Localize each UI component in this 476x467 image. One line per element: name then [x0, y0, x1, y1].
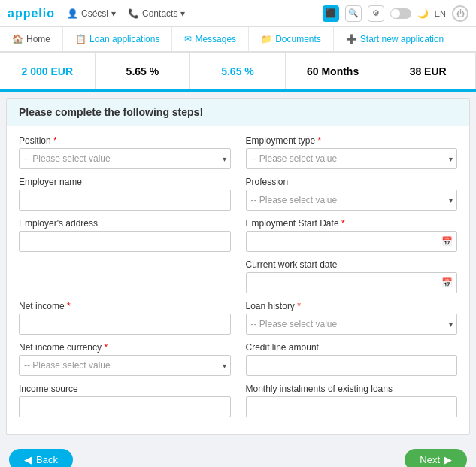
credit-line-label: Credit line amount — [246, 342, 458, 353]
position-select-wrap: -- Please select value ▾ — [19, 148, 231, 169]
contacts-chevron-icon: ▾ — [180, 8, 185, 19]
net-income-label: Net income * — [19, 301, 231, 311]
tab-start-new-label: Start new application — [360, 34, 444, 44]
main-content: Please complete the following steps! Pos… — [6, 98, 470, 435]
messages-icon: ✉ — [184, 34, 192, 44]
loan-icon: 📋 — [75, 34, 86, 44]
topbar: appelio 👤 Csécsi ▾ 📞 Contacts ▾ ⬛ 🔍 ⚙ 🌙 … — [0, 0, 476, 27]
settings-icon-button[interactable]: ⚙ — [368, 5, 384, 22]
next-arrow-icon: ▶ — [444, 454, 452, 465]
net-income-currency-select[interactable]: -- Please select value — [19, 355, 231, 376]
video-icon-button[interactable]: ⬛ — [323, 5, 339, 22]
profession-select[interactable]: -- Please select value — [246, 190, 458, 211]
current-work-start-input[interactable] — [246, 272, 458, 293]
contacts-label: Contacts — [142, 8, 177, 19]
loan-history-select-wrap: -- Please select value ▾ — [246, 314, 458, 335]
tab-home[interactable]: 🏠 Home — [0, 27, 63, 51]
search-icon-button[interactable]: 🔍 — [345, 5, 362, 22]
home-icon: 🏠 — [12, 34, 23, 44]
monthly-instalments-label: Monthly instalments of existing loans — [246, 384, 458, 394]
theme-toggle[interactable] — [390, 8, 411, 19]
loan-months: 60 Months — [286, 53, 381, 89]
tab-loan-applications[interactable]: 📋 Loan applications — [63, 27, 172, 51]
tab-home-label: Home — [26, 34, 50, 44]
app-logo: appelio — [8, 7, 55, 20]
form-row-7: Income source Monthly instalments of exi… — [19, 384, 457, 417]
loan-rate1: 5.65 % — [96, 53, 191, 89]
position-required: * — [51, 135, 57, 146]
moon-icon: 🌙 — [417, 8, 429, 19]
income-source-input[interactable] — [19, 396, 231, 417]
back-button[interactable]: ◀ Back — [9, 449, 73, 467]
net-income-input[interactable] — [19, 314, 231, 335]
net-income-currency-label: Net income currency * — [19, 342, 231, 353]
current-work-start-group: Current work start date 📅 — [246, 259, 458, 293]
tab-documents[interactable]: 📁 Documents — [249, 27, 334, 51]
form-row-2: Employer name Profession -- Please selec… — [19, 177, 457, 211]
form-row-6: Net income currency * -- Please select v… — [19, 342, 457, 376]
tab-loan-label: Loan applications — [89, 34, 159, 44]
back-arrow-icon: ◀ — [24, 454, 32, 465]
position-label: Position * — [19, 135, 231, 146]
tab-messages[interactable]: ✉ Messages — [172, 27, 249, 51]
net-income-currency-select-wrap: -- Please select value ▾ — [19, 355, 231, 376]
power-icon-button[interactable]: ⏻ — [452, 5, 468, 22]
language-selector[interactable]: EN — [435, 9, 446, 18]
start-new-icon: ➕ — [346, 34, 357, 44]
tab-messages-label: Messages — [195, 34, 236, 44]
phone-icon: 📞 — [128, 8, 139, 19]
employment-type-group: Employment type * -- Please select value… — [246, 135, 458, 169]
user-name: Csécsi — [81, 8, 108, 19]
loan-history-label: Loan history * — [246, 301, 458, 311]
employer-name-group: Employer name — [19, 177, 231, 211]
loan-monthly: 38 EUR — [380, 53, 476, 89]
footer: ◀ Back Next ▶ — [0, 441, 476, 467]
income-source-group: Income source — [19, 384, 231, 417]
employer-address-group: Employer's address — [19, 218, 231, 252]
employment-start-date-wrap: 📅 — [246, 231, 458, 252]
loan-history-group: Loan history * -- Please select value ▾ — [246, 301, 458, 335]
form-area: Position * -- Please select value ▾ Empl… — [7, 126, 469, 434]
form-header: Please complete the following steps! — [7, 99, 469, 126]
income-source-label: Income source — [19, 384, 231, 394]
employment-start-required: * — [339, 218, 345, 229]
employer-address-label: Employer's address — [19, 218, 231, 229]
position-select[interactable]: -- Please select value — [19, 148, 231, 169]
loan-amount: 2 000 EUR — [0, 53, 96, 89]
contacts-menu[interactable]: 📞 Contacts ▾ — [128, 8, 185, 19]
tab-documents-label: Documents — [275, 34, 321, 44]
form-row-3: Employer's address Employment Start Date… — [19, 218, 457, 252]
loan-summary-bar: 2 000 EUR 5.65 % 5.65 % 60 Months 38 EUR — [0, 53, 476, 92]
user-chevron-icon: ▾ — [111, 8, 116, 19]
loan-history-select[interactable]: -- Please select value — [246, 314, 458, 335]
current-work-start-label: Current work start date — [246, 259, 458, 270]
spacer-group — [19, 259, 231, 293]
employment-type-select[interactable]: -- Please select value — [246, 148, 458, 169]
form-row-4: Current work start date 📅 — [19, 259, 457, 293]
tab-start-new[interactable]: ➕ Start new application — [334, 27, 456, 51]
nav-tabs: 🏠 Home 📋 Loan applications ✉ Messages 📁 … — [0, 27, 476, 53]
position-group: Position * -- Please select value ▾ — [19, 135, 231, 169]
next-button[interactable]: Next ▶ — [405, 449, 467, 467]
employment-type-select-wrap: -- Please select value ▾ — [246, 148, 458, 169]
net-income-currency-group: Net income currency * -- Please select v… — [19, 342, 231, 376]
employer-address-input[interactable] — [19, 231, 231, 252]
monthly-instalments-group: Monthly instalments of existing loans — [246, 384, 458, 417]
employment-start-date-input[interactable] — [246, 231, 458, 252]
credit-line-input[interactable] — [246, 355, 458, 376]
employer-name-input[interactable] — [19, 190, 231, 211]
form-row-1: Position * -- Please select value ▾ Empl… — [19, 135, 457, 169]
net-income-required: * — [65, 301, 71, 311]
profession-label: Profession — [246, 177, 458, 187]
employment-start-group: Employment Start Date * 📅 — [246, 218, 458, 252]
loan-history-required: * — [295, 301, 301, 311]
employment-start-label: Employment Start Date * — [246, 218, 458, 229]
next-label: Next — [420, 454, 440, 465]
employment-type-required: * — [315, 135, 321, 146]
topbar-right: ⬛ 🔍 ⚙ 🌙 EN ⏻ — [323, 5, 468, 22]
user-icon: 👤 — [67, 8, 78, 19]
user-menu[interactable]: 👤 Csécsi ▾ — [67, 8, 116, 19]
documents-icon: 📁 — [261, 34, 272, 44]
monthly-instalments-input[interactable] — [246, 396, 458, 417]
current-work-start-wrap: 📅 — [246, 272, 458, 293]
